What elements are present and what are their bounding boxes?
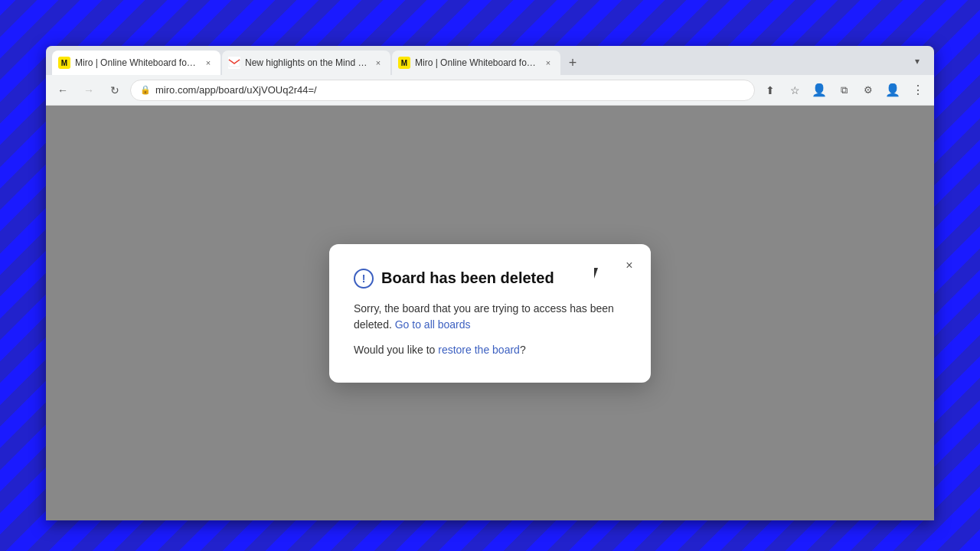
modal-close-button[interactable]: × bbox=[619, 255, 640, 276]
url-text: miro.com/app/board/uXjVOUq2r44=/ bbox=[155, 84, 317, 96]
modal-overlay: × ! Board has been deleted Sorry, the bo… bbox=[46, 106, 934, 520]
tab-3[interactable]: M Miro | Online Whiteboard for V × bbox=[392, 51, 560, 75]
info-icon: ! bbox=[354, 269, 374, 289]
tab-1-close[interactable]: × bbox=[202, 57, 214, 69]
tab-bar: M Miro | Online Whiteboard for V × New h… bbox=[46, 46, 934, 75]
address-actions: ⬆ ☆ 👤 ⧉ ⚙ 👤 ⋮ bbox=[760, 80, 928, 101]
tab-2[interactable]: New highlights on the Mind M... × bbox=[222, 51, 390, 75]
modal-title-row: ! Board has been deleted bbox=[354, 269, 626, 289]
tab-3-favicon: M bbox=[398, 57, 410, 69]
tab-1[interactable]: M Miro | Online Whiteboard for V × bbox=[52, 51, 220, 75]
back-button[interactable]: ← bbox=[52, 80, 74, 101]
tab-2-close[interactable]: × bbox=[372, 57, 384, 69]
menu-button[interactable]: ⋮ bbox=[906, 80, 928, 101]
tab-strip-dropdown[interactable]: ▾ bbox=[906, 51, 928, 72]
extensions-button[interactable]: ⧉ bbox=[833, 80, 854, 101]
reload-button[interactable]: ↻ bbox=[104, 80, 126, 101]
modal-body-line2: Would you like to restore the board? bbox=[354, 342, 626, 358]
url-field[interactable]: 🔒 miro.com/app/board/uXjVOUq2r44=/ bbox=[130, 80, 755, 101]
tab-3-title: Miro | Online Whiteboard for V bbox=[415, 57, 537, 68]
bookmark-button[interactable]: ☆ bbox=[784, 80, 805, 101]
page-content: × ! Board has been deleted Sorry, the bo… bbox=[46, 106, 934, 520]
go-to-all-boards-link[interactable]: Go to all boards bbox=[395, 318, 471, 331]
account-button[interactable]: 👤 bbox=[882, 80, 903, 101]
modal-body-line1: Sorry, the board that you are trying to … bbox=[354, 301, 626, 333]
browser-window: M Miro | Online Whiteboard for V × New h… bbox=[46, 46, 934, 520]
modal-dialog: × ! Board has been deleted Sorry, the bo… bbox=[329, 244, 651, 383]
profile-button[interactable]: 👤 bbox=[808, 80, 830, 101]
forward-button[interactable]: → bbox=[78, 80, 100, 101]
tab-3-close[interactable]: × bbox=[542, 57, 554, 69]
lock-icon: 🔒 bbox=[140, 85, 151, 95]
tab-2-title: New highlights on the Mind M... bbox=[245, 57, 368, 68]
tab-1-favicon: M bbox=[58, 57, 70, 69]
tab-1-title: Miro | Online Whiteboard for V bbox=[75, 57, 198, 68]
modal-title: Board has been deleted bbox=[381, 269, 554, 287]
restore-board-link[interactable]: restore the board bbox=[438, 344, 520, 356]
settings-button[interactable]: ⚙ bbox=[858, 80, 879, 101]
address-bar: ← → ↻ 🔒 miro.com/app/board/uXjVOUq2r44=/… bbox=[46, 75, 934, 106]
tab-2-favicon bbox=[228, 57, 240, 69]
new-tab-button[interactable]: + bbox=[562, 52, 583, 73]
modal-body: Sorry, the board that you are trying to … bbox=[354, 301, 626, 358]
share-button[interactable]: ⬆ bbox=[760, 80, 781, 101]
